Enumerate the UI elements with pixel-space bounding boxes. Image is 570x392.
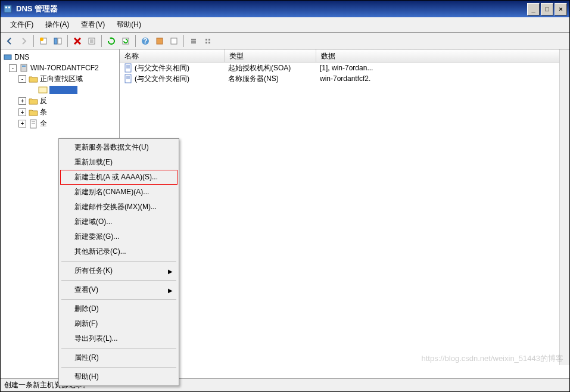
tree-item-conditional[interactable]: + 条 [3, 107, 117, 118]
cell-name: (与父文件夹相同) [135, 74, 189, 84]
svg-rect-25 [22, 66, 26, 67]
cell-name: (与父文件夹相同) [135, 63, 189, 73]
menu-separator [61, 348, 176, 349]
folder-icon [29, 97, 38, 106]
svg-rect-26 [39, 87, 47, 93]
list-button-2[interactable] [201, 35, 214, 48]
back-button[interactable] [3, 35, 16, 48]
col-type[interactable]: 类型 [225, 49, 316, 62]
svg-rect-0 [4, 5, 11, 13]
vertical-scrollbar[interactable] [559, 49, 569, 365]
tree-label: DNS [14, 53, 29, 61]
delete-button[interactable] [71, 35, 84, 48]
svg-rect-27 [30, 120, 36, 128]
col-name[interactable]: 名称 [120, 49, 225, 62]
svg-rect-23 [4, 55, 11, 60]
filter-button[interactable] [153, 35, 166, 48]
tree-zone-selected[interactable] [3, 85, 117, 95]
svg-rect-5 [54, 38, 57, 44]
svg-rect-1 [5, 7, 7, 8]
new-button[interactable] [37, 35, 50, 48]
context-menu-item[interactable]: 更新服务器数据文件(U) [60, 140, 177, 155]
context-menu-item[interactable]: 所有任务(K)▶ [60, 263, 177, 278]
folder-icon [29, 74, 38, 84]
menu-separator [61, 261, 176, 262]
list-button-1[interactable] [187, 35, 200, 48]
cell-data: win-7ordantfcf2. [320, 74, 370, 83]
tree-label [49, 86, 77, 94]
toolbar: ? [1, 33, 569, 49]
close-button[interactable]: × [555, 3, 567, 15]
record-icon [123, 63, 133, 73]
collapse-icon[interactable]: - [18, 75, 26, 83]
col-data[interactable]: 数据 [316, 49, 569, 62]
svg-rect-21 [205, 42, 207, 43]
menu-view[interactable]: 查看(V) [75, 18, 111, 32]
list-panel: 名称 类型 数据 (与父文件夹相同) 起始授权机构(SOA) [1], win-… [120, 49, 569, 378]
tree-forward-zone[interactable]: - 正向查找区域 [3, 73, 117, 85]
context-menu-item[interactable]: 帮助(H) [60, 369, 177, 384]
window-title: DNS 管理器 [16, 4, 527, 14]
server-icon [19, 63, 29, 73]
tree-item-global[interactable]: + 全 [3, 118, 117, 129]
cell-data: [1], win-7ordan... [320, 64, 373, 72]
separator [33, 35, 34, 47]
svg-rect-14 [157, 38, 163, 44]
tree-label: 正向查找区域 [40, 74, 83, 84]
refresh-button-1[interactable] [105, 35, 118, 48]
app-icon [3, 4, 13, 14]
show-hide-button[interactable] [51, 35, 64, 48]
forward-button[interactable] [17, 35, 30, 48]
menu-action[interactable]: 操作(A) [39, 18, 75, 32]
cell-type: 起始授权机构(SOA) [228, 63, 291, 73]
context-menu-item[interactable]: 新建域(O)... [60, 214, 177, 229]
titlebar: DNS 管理器 _ □ × [1, 1, 569, 17]
context-menu-item[interactable]: 查看(V)▶ [60, 282, 177, 297]
properties-button[interactable] [85, 35, 98, 48]
maximize-button[interactable]: □ [541, 3, 553, 15]
svg-text:?: ? [143, 37, 147, 45]
context-menu-item[interactable]: 刷新(F) [60, 316, 177, 331]
expand-icon[interactable]: + [18, 97, 26, 105]
collapse-icon[interactable]: - [9, 64, 17, 72]
record-icon [123, 74, 133, 83]
submenu-arrow-icon: ▶ [168, 287, 173, 293]
menu-file[interactable]: 文件(F) [4, 18, 39, 32]
list-row[interactable]: (与父文件夹相同) 起始授权机构(SOA) [1], win-7ordan... [120, 63, 569, 73]
context-menu-item[interactable]: 新建邮件交换器(MX)(M)... [60, 200, 177, 214]
context-menu-item[interactable]: 删除(D) [60, 301, 177, 316]
separator [101, 35, 102, 47]
context-menu-item[interactable]: 新建别名(CNAME)(A)... [60, 185, 177, 200]
list-body: (与父文件夹相同) 起始授权机构(SOA) [1], win-7ordan...… [120, 63, 569, 378]
minimize-button[interactable]: _ [527, 3, 540, 15]
list-row[interactable]: (与父文件夹相同) 名称服务器(NS) win-7ordantfcf2. [120, 73, 569, 84]
view-button-1[interactable] [167, 35, 180, 48]
expand-icon[interactable]: + [18, 120, 26, 127]
list-header: 名称 类型 数据 [120, 49, 569, 63]
expand-icon[interactable]: + [18, 108, 26, 116]
svg-rect-19 [205, 39, 207, 41]
tree-label: 条 [40, 107, 47, 117]
context-menu-item[interactable]: 其他新记录(C)... [60, 244, 177, 259]
svg-point-4 [40, 38, 43, 41]
separator [183, 35, 184, 47]
folder-icon [29, 108, 38, 117]
zone-icon [38, 85, 48, 95]
svg-rect-15 [171, 38, 177, 44]
tree-root-dns[interactable]: DNS [3, 52, 117, 63]
context-menu-item[interactable]: 重新加载(E) [60, 155, 177, 170]
context-menu-item[interactable]: 属性(R) [60, 350, 177, 365]
context-menu-item[interactable]: 导出列表(L)... [60, 331, 177, 346]
svg-rect-22 [208, 42, 210, 43]
menu-separator [61, 367, 176, 368]
tree-server[interactable]: - WIN-7ORDANTFCF2 [3, 63, 117, 73]
svg-rect-6 [58, 38, 61, 44]
svg-rect-2 [8, 7, 10, 8]
tree-item-reverse[interactable]: + 反 [3, 95, 117, 107]
menu-help[interactable]: 帮助(H) [111, 18, 147, 32]
context-menu-item[interactable]: 新建委派(G)... [60, 229, 177, 244]
context-menu-item[interactable]: 新建主机(A 或 AAAA)(S)... [60, 170, 177, 185]
help-button[interactable]: ? [139, 35, 152, 48]
refresh-button-2[interactable] [119, 35, 132, 48]
tree-label: 反 [40, 96, 47, 106]
